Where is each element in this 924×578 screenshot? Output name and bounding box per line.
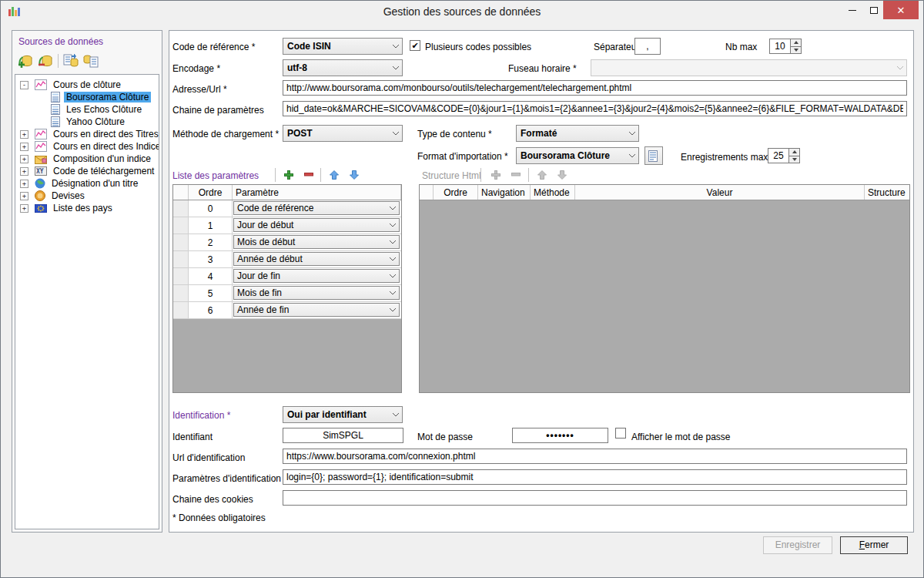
tree-item-cours-direct-titres[interactable]: + Cours en direct des Titres	[15, 128, 159, 140]
tree-item-designation-titre[interactable]: + Désignation d'un titre	[15, 177, 159, 190]
plus-icon-disabled	[491, 170, 500, 180]
chevron-down-icon	[387, 291, 399, 295]
paste-source-button[interactable]	[83, 54, 99, 68]
tree-item-yahoo-cloture[interactable]: Yahoo Clôture	[15, 116, 159, 128]
chaine-cookies-input[interactable]	[283, 490, 907, 506]
adresse-url-input[interactable]	[283, 80, 907, 96]
chevron-down-icon	[893, 60, 906, 76]
expand-icon[interactable]: +	[20, 204, 28, 213]
tree-item-label: Cours en direct des Indices	[51, 141, 159, 152]
structure-html-title: Structure Html	[422, 170, 481, 181]
eu-flag-icon	[35, 204, 47, 213]
move-up-button[interactable]	[325, 167, 343, 183]
edit-format-button[interactable]	[644, 146, 663, 165]
mot-de-passe-input[interactable]	[512, 428, 608, 443]
valeur-column-header[interactable]: Valeur	[575, 185, 865, 200]
identifiant-input[interactable]	[283, 428, 403, 443]
list-doc-icon	[51, 104, 60, 115]
ordre-column-header[interactable]: Ordre	[434, 185, 478, 200]
expand-icon[interactable]: +	[20, 130, 28, 139]
methode-chargement-select[interactable]: POST	[283, 125, 403, 142]
parametre-select[interactable]: Jour de fin	[233, 269, 400, 283]
tree-item-composition-indice[interactable]: + Composition d'un indice	[15, 153, 159, 165]
expand-icon[interactable]: +	[20, 167, 28, 176]
type-contenu-select[interactable]: Formaté	[516, 125, 639, 142]
parametre-row[interactable]: 4 Jour de fin	[173, 268, 401, 285]
type-contenu-label: Type de contenu *	[417, 129, 492, 139]
ordre-column-header[interactable]: Ordre	[189, 185, 233, 200]
tree-item-les-echos-cloture[interactable]: Les Echos Clôture	[15, 103, 159, 116]
nb-max-stepper[interactable]: 10	[769, 39, 802, 54]
row-indicator-header	[173, 185, 189, 200]
chaine-parametres-label: Chaine de paramètres	[172, 105, 264, 116]
parametre-row[interactable]: 3 Année de début	[173, 251, 401, 268]
url-identification-input[interactable]	[283, 449, 907, 464]
mot-de-passe-label: Mot de passe	[417, 432, 473, 442]
plusieurs-codes-checkbox[interactable]: ✔	[410, 40, 420, 51]
minimize-button[interactable]	[842, 1, 863, 19]
expand-icon[interactable]: +	[20, 143, 28, 151]
chevron-down-icon	[387, 307, 399, 312]
enregistrements-max-stepper[interactable]: 25	[768, 148, 800, 163]
chevron-down-icon	[625, 126, 638, 141]
parametres-identification-input[interactable]	[283, 469, 907, 485]
parametre-row[interactable]: 5 Mois de fin	[173, 285, 401, 302]
spin-down-icon[interactable]	[791, 46, 801, 54]
copy-source-button[interactable]	[63, 54, 79, 68]
spin-up-icon[interactable]	[791, 39, 801, 46]
parametre-select[interactable]: Mois de début	[233, 235, 400, 249]
parametre-row[interactable]: 2 Mois de début	[173, 234, 401, 251]
navigation-column-header[interactable]: Navigation	[478, 185, 531, 200]
fuseau-horaire-label: Fuseau horaire *	[508, 63, 577, 74]
plus-icon	[284, 170, 293, 180]
tree-item-cours-direct-indices[interactable]: + Cours en direct des Indices	[15, 140, 159, 153]
maximize-button[interactable]	[863, 1, 885, 19]
add-source-button[interactable]	[18, 54, 33, 68]
identification-select[interactable]: Oui par identifiant	[283, 406, 403, 423]
parametre-select[interactable]: Mois de fin	[233, 286, 400, 300]
structure-column-header[interactable]: Structure	[865, 185, 909, 200]
spin-up-icon[interactable]	[789, 149, 799, 156]
chevron-down-icon	[387, 274, 399, 278]
tree-item-label: Cours en direct des Titres	[51, 129, 159, 139]
tree-item-boursorama-cloture[interactable]: Boursorama Clôture	[15, 91, 159, 103]
expand-icon[interactable]: +	[20, 192, 28, 200]
tree-item-label: Liste des pays	[51, 203, 115, 213]
afficher-mdp-checkbox[interactable]	[615, 428, 626, 439]
methode-column-header[interactable]: Méthode	[531, 185, 575, 200]
chart-icon	[35, 129, 47, 139]
tree-item-cours-de-cloture[interactable]: - Cours de clôture	[15, 79, 159, 91]
encodage-select[interactable]: utf-8	[283, 59, 403, 76]
parametre-column-header[interactable]: Paramètre	[233, 185, 401, 200]
parametre-row[interactable]: 1 Jour de début	[173, 217, 401, 234]
chaine-parametres-input[interactable]	[283, 101, 907, 116]
move-down-button[interactable]	[345, 167, 363, 183]
parametre-row[interactable]: 0 Code de référence	[173, 200, 401, 217]
sources-panel: Sources de données	[12, 30, 162, 533]
parametre-row[interactable]: 6 Année de fin	[173, 302, 401, 319]
expand-icon[interactable]: +	[20, 155, 28, 163]
parametre-select[interactable]: Jour de début	[233, 218, 400, 232]
spin-down-icon[interactable]	[789, 156, 799, 163]
remove-source-button[interactable]	[38, 54, 53, 68]
separateur-input[interactable]	[634, 38, 661, 55]
minus-icon-disabled	[511, 173, 521, 177]
parametre-select[interactable]: Année de début	[233, 252, 400, 266]
tree-item-liste-pays[interactable]: + Liste des pays	[15, 202, 159, 214]
tree-item-code-telechargement[interactable]: + XY Code de téléchargement	[15, 165, 159, 177]
close-button[interactable]: ✕	[883, 1, 919, 19]
remove-row-button[interactable]	[300, 167, 318, 183]
parametre-select[interactable]: Code de référence	[233, 201, 400, 215]
tree-item-label: Yahoo Clôture	[64, 116, 127, 127]
code-reference-select[interactable]: Code ISIN	[283, 38, 403, 55]
fermer-button[interactable]: Fermer	[840, 536, 908, 554]
maximize-icon	[870, 7, 878, 14]
collapse-icon[interactable]: -	[20, 81, 28, 89]
tree-item-devises[interactable]: + Devises	[15, 190, 159, 202]
chevron-down-icon	[387, 223, 399, 227]
parametre-select[interactable]: Année de fin	[233, 303, 400, 317]
mandatory-note: * Données obligatoires	[172, 512, 266, 523]
expand-icon[interactable]: +	[20, 180, 28, 188]
add-row-button[interactable]	[280, 167, 298, 183]
format-importation-select[interactable]: Boursorama Clôture	[516, 147, 639, 164]
